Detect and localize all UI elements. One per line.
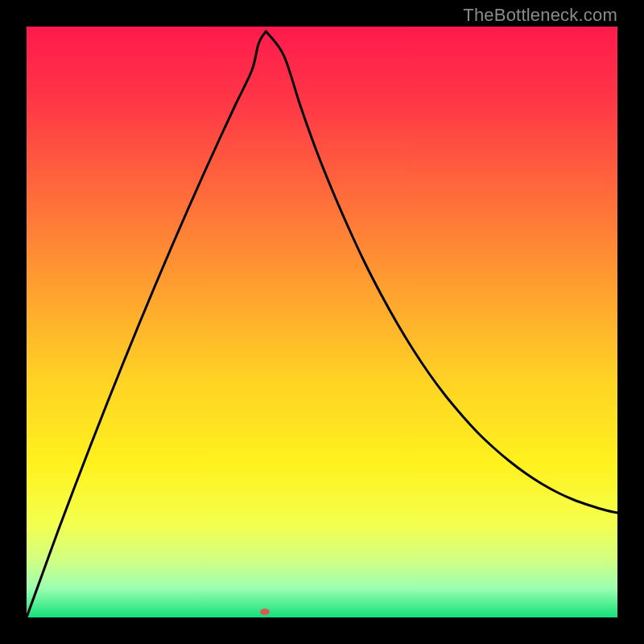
chart-frame: TheBottleneck.com [0,0,644,644]
chart-svg [27,27,617,617]
gradient-background [27,27,617,617]
minimum-marker [260,609,270,615]
watermark-text: TheBottleneck.com [463,5,617,26]
plot-area [27,27,617,617]
